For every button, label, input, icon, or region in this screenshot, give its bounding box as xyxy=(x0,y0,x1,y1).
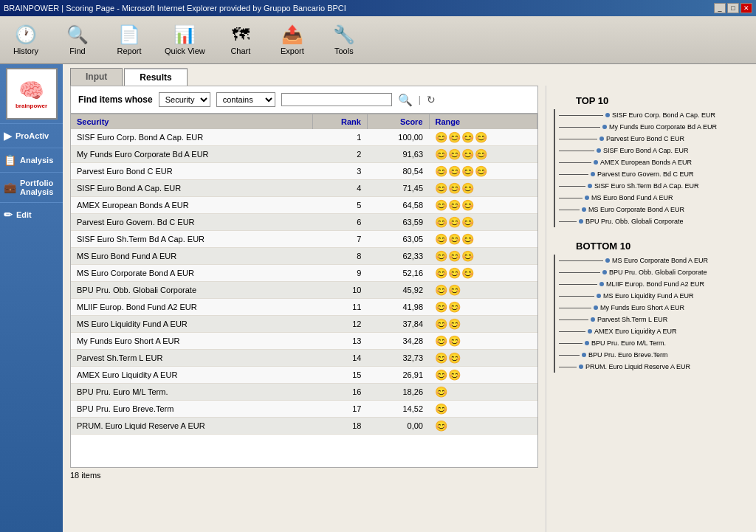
bottom10-item: Parvest Sh.Term L EUR xyxy=(559,316,752,323)
chart-button[interactable]: 🗺 Chart xyxy=(219,22,263,58)
bottom10-axis xyxy=(554,255,555,373)
logo-area: 🧠 brainpower xyxy=(6,68,58,120)
chart-dot xyxy=(594,160,598,165)
col-header-rank[interactable]: Rank xyxy=(313,114,368,129)
find-button[interactable]: 🔍 Find xyxy=(55,22,100,58)
chart-dot xyxy=(599,282,604,286)
cell-security: My Funds Euro Short A EUR xyxy=(71,333,313,350)
chart-item-label: MS Euro Corporate Bond A EUR xyxy=(588,206,684,213)
cell-range: 😊😊😊 xyxy=(429,214,537,231)
cell-score: 100,00 xyxy=(367,129,429,146)
logo: 🧠 brainpower xyxy=(16,78,47,109)
cell-score: 91,63 xyxy=(367,146,429,163)
quickview-button[interactable]: 📊 Quick View xyxy=(159,22,211,58)
table-row: PRUM. Euro Liquid Reserve A EUR 18 0,00 … xyxy=(71,418,537,435)
cell-security: BPU Pru. Euro M/L Term. xyxy=(71,384,313,401)
cell-score: 63,05 xyxy=(367,231,429,248)
filter-condition-select[interactable]: contains starts with equals xyxy=(216,92,275,107)
toolbar: 🕐 History 🔍 Find 📄 Report 📊 Quick View 🗺… xyxy=(0,16,756,64)
top10-item: MS Euro Bond Fund A EUR xyxy=(559,194,752,201)
chart-line xyxy=(559,308,591,308)
cell-score: 18,26 xyxy=(367,384,429,401)
sidebar-item-analysis[interactable]: 📋 Analysis xyxy=(0,148,63,172)
cell-range: 😊😊😊 xyxy=(429,231,537,248)
minimize-button[interactable]: _ xyxy=(714,3,726,13)
table-row: MS Euro Bond Fund A EUR 8 62,33 😊😊😊 xyxy=(71,248,537,265)
chart-item-label: My Funds Euro Short A EUR xyxy=(600,304,684,311)
bottom10-item: AMEX Euro Liquidity A EUR xyxy=(559,328,752,335)
chart-item-label: SISF Euro Sh.Term Bd A Cap. EUR xyxy=(594,182,699,190)
cell-security: BPU Pru. Euro Breve.Term xyxy=(71,401,313,418)
chart-dot xyxy=(579,365,583,369)
cell-security: SISF Euro Bond A Cap. EUR xyxy=(71,180,313,197)
export-button[interactable]: 📤 Export xyxy=(270,22,315,58)
history-button[interactable]: 🕐 History xyxy=(4,22,48,58)
filter-field-select[interactable]: Security Rank Score xyxy=(159,92,210,107)
table-row: SISF Euro Corp. Bond A Cap. EUR 1 100,00… xyxy=(71,129,537,146)
filter-search-input[interactable] xyxy=(281,93,392,106)
bottom10-item: PRUM. Euro Liquid Reserve A EUR xyxy=(559,363,752,370)
filter-label: Find items whose xyxy=(78,94,153,105)
chart-dot xyxy=(588,184,592,188)
tools-button[interactable]: 🔧 Tools xyxy=(322,22,366,58)
cell-security: MS Euro Liquidity Fund A EUR xyxy=(71,316,313,333)
tab-results[interactable]: Results xyxy=(124,68,187,86)
sidebar-item-proactiv[interactable]: ▶ ProActiv xyxy=(0,123,63,148)
col-header-security[interactable]: Security xyxy=(71,114,313,129)
cell-score: 0,00 xyxy=(367,418,429,435)
cell-rank: 8 xyxy=(313,248,368,265)
export-label: Export xyxy=(281,46,304,55)
sidebar-item-edit[interactable]: ✏ Edit xyxy=(0,202,63,227)
table-row: AMEX European Bonds A EUR 5 64,58 😊😊😊 xyxy=(71,197,537,214)
chart-item-label: MS Euro Corporate Bond A EUR xyxy=(612,257,708,264)
refresh-button[interactable]: ↻ xyxy=(427,94,436,106)
chart-line xyxy=(559,319,588,320)
layout-body: Find items whose Security Rank Score con… xyxy=(63,86,756,532)
cell-range: 😊😊😊😊 xyxy=(429,163,537,180)
table-row: SISF Euro Sh.Term Bd A Cap. EUR 7 63,05 … xyxy=(71,231,537,248)
cell-range: 😊😊😊😊 xyxy=(429,146,537,163)
left-content: Find items whose Security Rank Score con… xyxy=(63,86,546,532)
maximize-button[interactable]: □ xyxy=(727,3,739,13)
cell-range: 😊😊😊😊 xyxy=(429,129,537,146)
tab-input[interactable]: Input xyxy=(70,68,123,86)
chart-line xyxy=(559,221,577,222)
cell-score: 52,16 xyxy=(367,265,429,282)
sidebar-item-portfolio[interactable]: 💼 Portfolio Analysis xyxy=(0,172,63,202)
cell-rank: 14 xyxy=(313,350,368,367)
chart-item-label: SISF Euro Bond A Cap. EUR xyxy=(603,147,689,154)
chart-line xyxy=(559,355,580,356)
cell-range: 😊 xyxy=(429,401,537,418)
report-button[interactable]: 📄 Report xyxy=(107,22,151,58)
close-button[interactable]: ✕ xyxy=(740,3,752,13)
col-header-range[interactable]: Range xyxy=(429,114,537,129)
top10-item: BPU Pru. Obb. Globali Corporate xyxy=(559,218,752,225)
chart-dot xyxy=(599,137,604,141)
chart-item-label: Parvest Euro Govern. Bd C EUR xyxy=(597,170,694,178)
title-bar-controls[interactable]: _ □ ✕ xyxy=(714,3,752,13)
cell-score: 71,45 xyxy=(367,180,429,197)
chart-dot xyxy=(585,341,589,345)
chart-line xyxy=(559,343,583,344)
table-row: AMEX Euro Liquidity A EUR 15 26,91 😊😊 xyxy=(71,367,537,384)
quickview-icon: 📊 xyxy=(173,24,196,45)
chart-item-label: AMEX Euro Liquidity A EUR xyxy=(594,328,677,335)
chart-dot xyxy=(605,113,610,117)
cell-range: 😊😊😊 xyxy=(429,248,537,265)
chart-dot xyxy=(579,219,583,224)
proactiv-icon: ▶ xyxy=(4,130,12,142)
search-button[interactable]: 🔍 xyxy=(398,93,413,107)
cell-rank: 17 xyxy=(313,401,368,418)
chart-line xyxy=(559,296,594,297)
cell-score: 26,91 xyxy=(367,367,429,384)
bottom10-chart-body: MS Euro Corporate Bond A EUR BPU Pru. Ob… xyxy=(554,255,752,373)
bottom10-chart: MS Euro Corporate Bond A EUR BPU Pru. Ob… xyxy=(546,255,756,380)
chart-line xyxy=(559,186,585,187)
bottom10-items-list: MS Euro Corporate Bond A EUR BPU Pru. Ob… xyxy=(559,255,752,373)
bottom10-title: BOTTOM 10 xyxy=(576,241,756,252)
tabs-container: Input Results xyxy=(63,64,756,86)
cell-rank: 15 xyxy=(313,367,368,384)
col-header-score[interactable]: Score xyxy=(367,114,429,129)
cell-range: 😊😊 xyxy=(429,367,537,384)
table-row: Parvest Sh.Term L EUR 14 32,73 😊😊 xyxy=(71,350,537,367)
